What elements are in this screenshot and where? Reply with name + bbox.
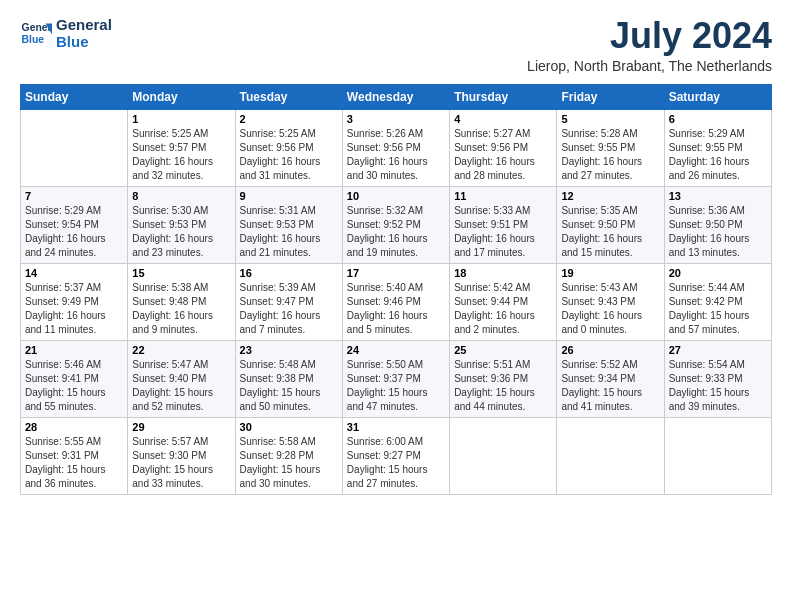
day-info: Sunrise: 5:40 AM Sunset: 9:46 PM Dayligh… [347, 281, 445, 337]
header-monday: Monday [128, 84, 235, 109]
day-info: Sunrise: 5:29 AM Sunset: 9:55 PM Dayligh… [669, 127, 767, 183]
day-info: Sunrise: 5:29 AM Sunset: 9:54 PM Dayligh… [25, 204, 123, 260]
header-row: SundayMondayTuesdayWednesdayThursdayFrid… [21, 84, 772, 109]
header-friday: Friday [557, 84, 664, 109]
day-number: 31 [347, 421, 445, 433]
day-info: Sunrise: 5:54 AM Sunset: 9:33 PM Dayligh… [669, 358, 767, 414]
calendar-cell: 31Sunrise: 6:00 AM Sunset: 9:27 PM Dayli… [342, 417, 449, 494]
day-number: 24 [347, 344, 445, 356]
day-number: 15 [132, 267, 230, 279]
day-number: 23 [240, 344, 338, 356]
day-number: 2 [240, 113, 338, 125]
day-number: 20 [669, 267, 767, 279]
calendar-cell: 22Sunrise: 5:47 AM Sunset: 9:40 PM Dayli… [128, 340, 235, 417]
page: General Blue General Blue July 2024 Lier… [0, 0, 792, 507]
calendar-cell [557, 417, 664, 494]
day-info: Sunrise: 5:28 AM Sunset: 9:55 PM Dayligh… [561, 127, 659, 183]
day-number: 21 [25, 344, 123, 356]
logo: General Blue General Blue [20, 16, 112, 51]
calendar-cell: 8Sunrise: 5:30 AM Sunset: 9:53 PM Daylig… [128, 186, 235, 263]
header-saturday: Saturday [664, 84, 771, 109]
calendar-cell: 16Sunrise: 5:39 AM Sunset: 9:47 PM Dayli… [235, 263, 342, 340]
calendar-cell [21, 109, 128, 186]
calendar-cell: 24Sunrise: 5:50 AM Sunset: 9:37 PM Dayli… [342, 340, 449, 417]
calendar-cell: 15Sunrise: 5:38 AM Sunset: 9:48 PM Dayli… [128, 263, 235, 340]
calendar-cell: 26Sunrise: 5:52 AM Sunset: 9:34 PM Dayli… [557, 340, 664, 417]
day-number: 5 [561, 113, 659, 125]
day-info: Sunrise: 5:32 AM Sunset: 9:52 PM Dayligh… [347, 204, 445, 260]
svg-text:Blue: Blue [22, 34, 45, 45]
day-number: 11 [454, 190, 552, 202]
header-tuesday: Tuesday [235, 84, 342, 109]
day-number: 29 [132, 421, 230, 433]
week-row-3: 14Sunrise: 5:37 AM Sunset: 9:49 PM Dayli… [21, 263, 772, 340]
day-info: Sunrise: 5:25 AM Sunset: 9:57 PM Dayligh… [132, 127, 230, 183]
calendar-cell: 19Sunrise: 5:43 AM Sunset: 9:43 PM Dayli… [557, 263, 664, 340]
calendar-cell: 7Sunrise: 5:29 AM Sunset: 9:54 PM Daylig… [21, 186, 128, 263]
month-year: July 2024 [527, 16, 772, 56]
calendar-cell: 27Sunrise: 5:54 AM Sunset: 9:33 PM Dayli… [664, 340, 771, 417]
day-info: Sunrise: 5:43 AM Sunset: 9:43 PM Dayligh… [561, 281, 659, 337]
calendar-cell: 20Sunrise: 5:44 AM Sunset: 9:42 PM Dayli… [664, 263, 771, 340]
calendar-cell: 6Sunrise: 5:29 AM Sunset: 9:55 PM Daylig… [664, 109, 771, 186]
day-number: 25 [454, 344, 552, 356]
day-number: 28 [25, 421, 123, 433]
calendar-cell: 23Sunrise: 5:48 AM Sunset: 9:38 PM Dayli… [235, 340, 342, 417]
week-row-2: 7Sunrise: 5:29 AM Sunset: 9:54 PM Daylig… [21, 186, 772, 263]
day-info: Sunrise: 5:58 AM Sunset: 9:28 PM Dayligh… [240, 435, 338, 491]
header-sunday: Sunday [21, 84, 128, 109]
calendar-cell: 21Sunrise: 5:46 AM Sunset: 9:41 PM Dayli… [21, 340, 128, 417]
calendar-cell [664, 417, 771, 494]
day-info: Sunrise: 5:35 AM Sunset: 9:50 PM Dayligh… [561, 204, 659, 260]
location: Lierop, North Brabant, The Netherlands [527, 58, 772, 74]
day-number: 30 [240, 421, 338, 433]
calendar-cell [450, 417, 557, 494]
day-number: 10 [347, 190, 445, 202]
calendar-cell: 25Sunrise: 5:51 AM Sunset: 9:36 PM Dayli… [450, 340, 557, 417]
day-info: Sunrise: 5:25 AM Sunset: 9:56 PM Dayligh… [240, 127, 338, 183]
calendar-cell: 4Sunrise: 5:27 AM Sunset: 9:56 PM Daylig… [450, 109, 557, 186]
day-info: Sunrise: 5:27 AM Sunset: 9:56 PM Dayligh… [454, 127, 552, 183]
day-info: Sunrise: 5:48 AM Sunset: 9:38 PM Dayligh… [240, 358, 338, 414]
title-section: July 2024 Lierop, North Brabant, The Net… [527, 16, 772, 74]
week-row-4: 21Sunrise: 5:46 AM Sunset: 9:41 PM Dayli… [21, 340, 772, 417]
week-row-1: 1Sunrise: 5:25 AM Sunset: 9:57 PM Daylig… [21, 109, 772, 186]
calendar-cell: 13Sunrise: 5:36 AM Sunset: 9:50 PM Dayli… [664, 186, 771, 263]
day-info: Sunrise: 5:30 AM Sunset: 9:53 PM Dayligh… [132, 204, 230, 260]
day-info: Sunrise: 5:26 AM Sunset: 9:56 PM Dayligh… [347, 127, 445, 183]
logo-icon: General Blue [20, 17, 52, 49]
calendar-cell: 5Sunrise: 5:28 AM Sunset: 9:55 PM Daylig… [557, 109, 664, 186]
header: General Blue General Blue July 2024 Lier… [20, 16, 772, 74]
day-info: Sunrise: 5:50 AM Sunset: 9:37 PM Dayligh… [347, 358, 445, 414]
day-info: Sunrise: 5:57 AM Sunset: 9:30 PM Dayligh… [132, 435, 230, 491]
calendar-cell: 11Sunrise: 5:33 AM Sunset: 9:51 PM Dayli… [450, 186, 557, 263]
day-number: 8 [132, 190, 230, 202]
day-info: Sunrise: 5:33 AM Sunset: 9:51 PM Dayligh… [454, 204, 552, 260]
day-info: Sunrise: 5:31 AM Sunset: 9:53 PM Dayligh… [240, 204, 338, 260]
day-number: 7 [25, 190, 123, 202]
day-number: 27 [669, 344, 767, 356]
day-info: Sunrise: 5:38 AM Sunset: 9:48 PM Dayligh… [132, 281, 230, 337]
calendar-cell: 3Sunrise: 5:26 AM Sunset: 9:56 PM Daylig… [342, 109, 449, 186]
calendar-cell: 14Sunrise: 5:37 AM Sunset: 9:49 PM Dayli… [21, 263, 128, 340]
day-info: Sunrise: 5:44 AM Sunset: 9:42 PM Dayligh… [669, 281, 767, 337]
calendar-cell: 17Sunrise: 5:40 AM Sunset: 9:46 PM Dayli… [342, 263, 449, 340]
day-number: 12 [561, 190, 659, 202]
day-number: 9 [240, 190, 338, 202]
day-info: Sunrise: 5:37 AM Sunset: 9:49 PM Dayligh… [25, 281, 123, 337]
day-info: Sunrise: 5:55 AM Sunset: 9:31 PM Dayligh… [25, 435, 123, 491]
calendar-cell: 1Sunrise: 5:25 AM Sunset: 9:57 PM Daylig… [128, 109, 235, 186]
calendar-cell: 2Sunrise: 5:25 AM Sunset: 9:56 PM Daylig… [235, 109, 342, 186]
day-number: 22 [132, 344, 230, 356]
day-number: 19 [561, 267, 659, 279]
header-thursday: Thursday [450, 84, 557, 109]
day-info: Sunrise: 5:46 AM Sunset: 9:41 PM Dayligh… [25, 358, 123, 414]
logo-line1: General [56, 16, 112, 33]
week-row-5: 28Sunrise: 5:55 AM Sunset: 9:31 PM Dayli… [21, 417, 772, 494]
day-number: 18 [454, 267, 552, 279]
calendar-cell: 29Sunrise: 5:57 AM Sunset: 9:30 PM Dayli… [128, 417, 235, 494]
calendar-cell: 18Sunrise: 5:42 AM Sunset: 9:44 PM Dayli… [450, 263, 557, 340]
day-info: Sunrise: 5:36 AM Sunset: 9:50 PM Dayligh… [669, 204, 767, 260]
day-info: Sunrise: 5:42 AM Sunset: 9:44 PM Dayligh… [454, 281, 552, 337]
day-number: 13 [669, 190, 767, 202]
